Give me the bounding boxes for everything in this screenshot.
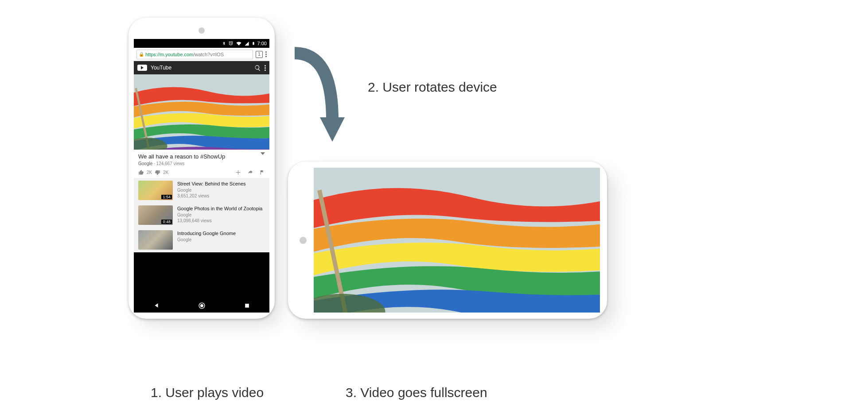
recents-icon[interactable] bbox=[244, 303, 250, 309]
svg-rect-6 bbox=[245, 304, 249, 308]
tab-switcher[interactable]: 1 bbox=[256, 51, 263, 58]
svg-marker-0 bbox=[320, 117, 345, 142]
url-bar[interactable]: 🔒 https://m.youtube.com /watch?v=IOS bbox=[136, 50, 253, 59]
suggestion-thumbnail bbox=[138, 230, 173, 250]
suggestion-channel: Google bbox=[177, 237, 236, 243]
suggestion-channel: Google bbox=[177, 212, 262, 218]
svg-point-5 bbox=[200, 304, 203, 307]
fullscreen-video-image bbox=[314, 168, 600, 313]
add-icon[interactable] bbox=[235, 170, 241, 175]
suggestion-meta: Google Photos in the World of ZootopiaGo… bbox=[177, 205, 262, 225]
caption-step2: 2. User rotates device bbox=[368, 80, 497, 95]
status-bar: 7:00 bbox=[134, 39, 269, 48]
omnibox-row: 🔒 https://m.youtube.com /watch?v=IOS 1 bbox=[134, 48, 269, 61]
speaker-dot bbox=[199, 27, 205, 34]
suggestion-thumbnail: 0:48 bbox=[138, 205, 173, 225]
video-actions: 2K 2K bbox=[138, 170, 265, 175]
search-icon[interactable] bbox=[254, 65, 261, 71]
like-count: 2K bbox=[147, 170, 152, 175]
landscape-screen bbox=[314, 168, 600, 313]
duration-badge: 0:48 bbox=[161, 220, 172, 224]
youtube-header: YouTube bbox=[134, 61, 269, 74]
bluetooth-icon bbox=[222, 41, 226, 46]
battery-icon bbox=[252, 41, 255, 46]
suggestion-row[interactable]: 1:54Street View: Behind the ScenesGoogle… bbox=[134, 178, 269, 203]
suggestion-title: Street View: Behind the Scenes bbox=[177, 181, 246, 187]
chrome-menu-icon[interactable] bbox=[265, 51, 267, 57]
portrait-screen: 7:00 🔒 https://m.youtube.com /watch?v=IO… bbox=[134, 39, 269, 313]
suggestion-views: 13,098,648 views bbox=[177, 218, 262, 224]
flag-icon[interactable] bbox=[259, 170, 265, 175]
signal-icon bbox=[244, 41, 249, 46]
suggestion-thumbnail: 1:54 bbox=[138, 181, 173, 200]
share-icon[interactable] bbox=[247, 170, 253, 175]
video-title: We all have a reason to #ShowUp bbox=[138, 153, 265, 160]
youtube-logo-icon[interactable] bbox=[137, 65, 147, 71]
video-channel[interactable]: Google bbox=[138, 161, 152, 166]
portrait-device: 7:00 🔒 https://m.youtube.com /watch?v=IO… bbox=[128, 18, 275, 319]
suggestions-list: 1:54Street View: Behind the ScenesGoogle… bbox=[134, 178, 269, 252]
speaker-dot bbox=[300, 237, 307, 244]
suggestion-title: Introducing Google Gnome bbox=[177, 230, 236, 237]
rotate-arrow bbox=[288, 40, 354, 151]
dislike-count: 2K bbox=[163, 170, 168, 175]
duration-badge: 1:54 bbox=[161, 195, 172, 199]
caption-step1: 1. User plays video bbox=[151, 385, 264, 400]
video-subtitle: Google · 124,667 views bbox=[138, 161, 265, 166]
caption-step3: 3. Video goes fullscreen bbox=[346, 385, 487, 400]
alarm-icon bbox=[228, 41, 234, 46]
wifi-icon bbox=[236, 41, 242, 46]
youtube-label: YouTube bbox=[151, 65, 171, 71]
suggestion-row[interactable]: Introducing Google GnomeGoogle bbox=[134, 228, 269, 252]
youtube-menu-icon[interactable] bbox=[265, 65, 266, 71]
video-player[interactable] bbox=[134, 74, 269, 150]
video-views: 124,667 views bbox=[156, 161, 185, 166]
thumbs-down-icon[interactable] bbox=[155, 170, 160, 175]
chevron-down-icon[interactable] bbox=[261, 152, 265, 155]
suggestion-row[interactable]: 0:48Google Photos in the World of Zootop… bbox=[134, 203, 269, 228]
video-flag-image bbox=[134, 74, 269, 150]
suggestion-channel: Google bbox=[177, 187, 246, 193]
lock-icon: 🔒 bbox=[139, 52, 144, 57]
thumbs-up-icon[interactable] bbox=[138, 170, 144, 175]
suggestion-views: 3,651,202 views bbox=[177, 193, 246, 199]
url-path: /watch?v=IOS bbox=[193, 52, 224, 57]
url-host: https://m.youtube.com bbox=[145, 52, 193, 57]
home-icon[interactable] bbox=[198, 302, 206, 309]
video-info: We all have a reason to #ShowUp Google ·… bbox=[134, 150, 269, 178]
android-nav-bar bbox=[134, 298, 269, 313]
suggestion-meta: Street View: Behind the ScenesGoogle3,65… bbox=[177, 181, 246, 200]
suggestion-title: Google Photos in the World of Zootopia bbox=[177, 205, 262, 212]
back-icon[interactable] bbox=[153, 302, 160, 309]
video-sep: · bbox=[152, 161, 156, 166]
landscape-device bbox=[288, 162, 607, 319]
status-time: 7:00 bbox=[257, 41, 267, 46]
suggestion-meta: Introducing Google GnomeGoogle bbox=[177, 230, 236, 250]
